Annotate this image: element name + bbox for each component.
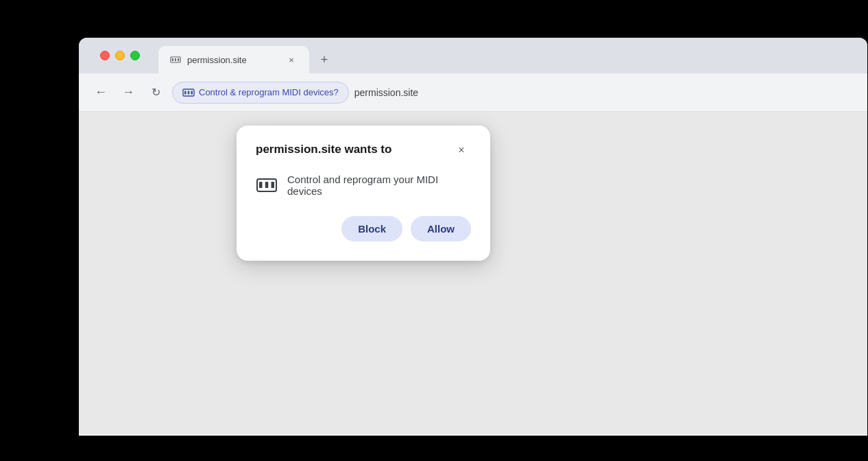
permission-dialog: permission.site wants to × Control and r…: [237, 126, 490, 261]
page-content: permission.site wants to × Control and r…: [79, 112, 867, 434]
toolbar: ← → ↻ Control & reprogram MIDI devices?: [79, 73, 867, 112]
dialog-midi-icon: [256, 174, 278, 196]
svg-rect-5: [184, 91, 186, 94]
svg-rect-9: [259, 182, 263, 188]
dialog-permission-row: Control and reprogram your MIDI devices: [256, 174, 471, 197]
minimize-window-button[interactable]: [115, 51, 125, 60]
permission-pill[interactable]: Control & reprogram MIDI devices?: [172, 82, 349, 104]
dialog-permission-text: Control and reprogram your MIDI devices: [287, 174, 471, 197]
svg-rect-3: [178, 58, 179, 61]
active-tab[interactable]: permission.site ×: [158, 46, 309, 73]
back-icon: ←: [95, 85, 107, 99]
midi-permission-icon: [182, 86, 195, 99]
svg-rect-11: [272, 182, 275, 188]
tab-title: permission.site: [187, 55, 279, 65]
forward-icon: →: [122, 85, 134, 99]
new-tab-button[interactable]: +: [315, 50, 334, 69]
maximize-window-button[interactable]: [130, 51, 140, 60]
tab-bar: permission.site × +: [79, 38, 867, 73]
block-button[interactable]: Block: [341, 216, 402, 241]
svg-rect-10: [265, 182, 269, 188]
reload-button[interactable]: ↻: [145, 82, 167, 104]
svg-rect-6: [188, 91, 190, 94]
dialog-header: permission.site wants to ×: [256, 142, 471, 160]
dialog-title: permission.site wants to: [256, 142, 391, 157]
svg-rect-1: [172, 58, 173, 61]
permission-pill-text: Control & reprogram MIDI devices?: [199, 87, 339, 97]
midi-icon: [170, 54, 181, 65]
address-bar-area: Control & reprogram MIDI devices? permis…: [172, 82, 856, 104]
allow-button[interactable]: Allow: [411, 216, 471, 241]
tab-favicon: [169, 54, 182, 66]
dialog-close-button[interactable]: ×: [452, 141, 471, 160]
svg-rect-7: [191, 91, 193, 94]
back-button[interactable]: ←: [90, 82, 112, 104]
close-window-button[interactable]: [100, 51, 110, 60]
tab-close-button[interactable]: ×: [285, 53, 298, 67]
forward-button[interactable]: →: [117, 82, 139, 104]
reload-icon: ↻: [152, 86, 160, 99]
svg-rect-2: [175, 58, 176, 61]
browser-window: permission.site × + ← → ↻: [79, 38, 867, 436]
address-text[interactable]: permission.site: [354, 87, 418, 98]
dialog-buttons: Block Allow: [256, 216, 471, 241]
